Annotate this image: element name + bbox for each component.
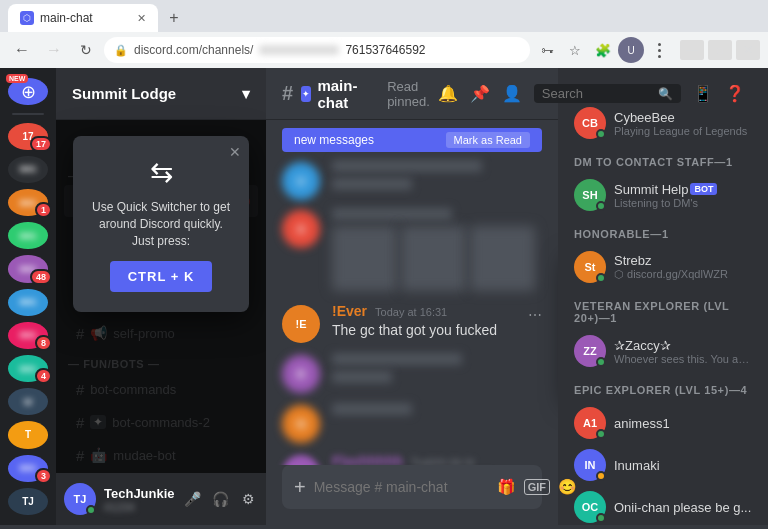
- member-item-onii-chan[interactable]: OC Onii-chan please be g...: [566, 486, 760, 525]
- badge-3: 1: [35, 202, 52, 218]
- member-sub: Playing League of Legends: [614, 125, 752, 137]
- close-button[interactable]: ✕: [736, 40, 760, 60]
- server-name: Summit Lodge: [72, 85, 176, 102]
- tab-favicon: ⬡: [20, 11, 34, 25]
- server-icon-11[interactable]: IMG 3: [8, 455, 48, 482]
- status-dot: [596, 471, 606, 481]
- member-info: animess1: [614, 416, 752, 431]
- more-options-icon[interactable]: ⋯: [528, 303, 542, 323]
- message-row-ever-2: !E: [266, 399, 558, 447]
- member-item-zaccy[interactable]: ZZ ✰Zaccy✰ Whoever sees this. You a -St.…: [566, 330, 760, 372]
- address-bar[interactable]: 🔒 discord.com/channels/ 761537646592: [104, 37, 530, 63]
- server-icon-1[interactable]: 1717: [8, 123, 48, 150]
- server-icon-2[interactable]: IMG: [8, 156, 48, 183]
- flash-time: Toabhh.bb bt: [411, 456, 475, 465]
- member-category-honorable: HONORABLE—1: [566, 224, 760, 244]
- address-blurred: [259, 45, 339, 55]
- pin-icon[interactable]: 📌: [470, 84, 490, 103]
- message-timestamp: Today at 16:31: [375, 306, 447, 318]
- emoji-icon[interactable]: 😊: [558, 478, 577, 496]
- key-icon[interactable]: 🗝: [534, 37, 560, 63]
- input-actions: 🎁 GIF 😊: [497, 478, 577, 496]
- search-bar[interactable]: 🔍: [534, 84, 681, 103]
- message-content: !Ever Today at 16:31 The gc that got you…: [332, 303, 516, 343]
- search-input[interactable]: [542, 86, 652, 101]
- member-item-summit-help[interactable]: SH Summit Help BOT Listening to DM's: [566, 174, 760, 216]
- gift-icon[interactable]: 🎁: [497, 478, 516, 496]
- unread-text: new messages: [294, 133, 374, 147]
- status-dot: [596, 513, 606, 523]
- qs-shortcut-button[interactable]: CTRL + K: [110, 261, 213, 292]
- member-item-strebz[interactable]: St Strebz ⬡ discord.gg/XqdlWZR: [566, 246, 760, 288]
- mic-icon[interactable]: 🎤: [183, 485, 203, 513]
- status-dot: [596, 429, 606, 439]
- server-name-bar[interactable]: Summit Lodge ▾: [56, 68, 266, 120]
- gif-button[interactable]: GIF: [524, 479, 550, 495]
- avatar: U: [282, 162, 320, 200]
- member-sub: Whoever sees this. You a -St...: [614, 353, 752, 365]
- message-content: [332, 403, 542, 443]
- member-info: Summit Help BOT Listening to DM's: [614, 182, 752, 209]
- members-icon[interactable]: 👤: [502, 84, 522, 103]
- channel-mod-icon: ✦: [301, 86, 311, 102]
- browser-tab-active[interactable]: ⬡ main-chat ✕: [8, 4, 158, 32]
- message-header: !Ever Today at 16:31: [332, 303, 516, 319]
- message-input-area: + 🎁 GIF 😊: [266, 465, 558, 525]
- forward-button[interactable]: →: [40, 36, 68, 64]
- qs-close-icon[interactable]: ✕: [229, 144, 241, 160]
- member-item-inumaki[interactable]: IN Inumaki: [566, 444, 760, 486]
- channel-name-display: ✦ main-chat: [301, 77, 363, 111]
- member-category-staff: DM TO CONTACT STAFF—1: [566, 152, 760, 172]
- user-discriminator: #1234: [104, 501, 175, 513]
- server-icon-6[interactable]: IMG: [8, 289, 48, 316]
- server-icon-7[interactable]: IMG 8: [8, 322, 48, 349]
- settings-icon[interactable]: ⚙: [238, 485, 258, 513]
- server-icon-8[interactable]: IMG 4: [8, 355, 48, 382]
- tab-close-icon[interactable]: ✕: [137, 12, 146, 25]
- message-row-ever: !E !Ever Today at 16:31 The gc that got …: [266, 299, 558, 347]
- member-info: CybeeBee Playing League of Legends: [614, 110, 752, 137]
- minimize-button[interactable]: —: [680, 40, 704, 60]
- server-icon-5[interactable]: IMG 48: [8, 255, 48, 282]
- qs-description: Use Quick Switcher to get around Discord…: [89, 199, 233, 249]
- member-name: CybeeBee: [614, 110, 752, 125]
- main-content: # ✦ main-chat Read pinned. 🔔 📌 👤 🔍 📱 ❓: [266, 68, 558, 525]
- profile-avatar[interactable]: U: [618, 37, 644, 63]
- members-sidebar: ADMIN—1 CB CybeeBee Playing League of Le…: [558, 68, 768, 525]
- member-name: Strebz: [614, 253, 752, 268]
- extensions-icon[interactable]: 🧩: [590, 37, 616, 63]
- member-name: ✰Zaccy✰: [614, 338, 752, 353]
- server-icon-4[interactable]: IMG: [8, 222, 48, 249]
- server-icon-3[interactable]: IMG 1: [8, 189, 48, 216]
- member-section-honorable: HONORABLE—1 St Strebz ⬡ discord.gg/XqdlW…: [566, 224, 760, 288]
- member-section-veteran: VETERAN EXPLORER (LVL 20+)—1 ZZ ✰Zaccy✰ …: [566, 296, 760, 372]
- server-icon-tj[interactable]: TJ: [8, 488, 48, 515]
- chevron-down-icon: ▾: [242, 85, 250, 103]
- member-info: Inumaki: [614, 458, 752, 473]
- reload-button[interactable]: ↻: [72, 36, 100, 64]
- member-item-animess1[interactable]: A1 animess1: [566, 402, 760, 444]
- headset-icon[interactable]: 🎧: [210, 485, 230, 513]
- home-button[interactable]: NEW ⊕: [8, 78, 48, 105]
- badge-8: 4: [35, 368, 52, 384]
- plus-icon[interactable]: +: [294, 476, 306, 499]
- inbox-icon[interactable]: 📱: [693, 84, 713, 103]
- notification-icon[interactable]: 🔔: [438, 84, 458, 103]
- quick-switcher-box: ✕ ⇆ Use Quick Switcher to get around Dis…: [73, 136, 249, 312]
- back-button[interactable]: ←: [8, 36, 36, 64]
- help-icon[interactable]: ❓: [725, 84, 745, 103]
- message-input-field[interactable]: [314, 469, 489, 505]
- menu-icon[interactable]: [646, 37, 672, 63]
- bookmark-icon[interactable]: ☆: [562, 37, 588, 63]
- restore-button[interactable]: □: [708, 40, 732, 60]
- server-icon-9[interactable]: W: [8, 388, 48, 415]
- avatar: B: [282, 355, 320, 393]
- mark-as-read-button[interactable]: Mark as Read: [446, 132, 530, 148]
- member-avatar: ZZ: [574, 335, 606, 367]
- member-item-cybeebee[interactable]: CB CybeeBee Playing League of Legends: [566, 102, 760, 144]
- new-tab-button[interactable]: +: [162, 6, 186, 30]
- server-icon-10[interactable]: T: [8, 421, 48, 448]
- member-avatar: St: [574, 251, 606, 283]
- member-name: Summit Help: [614, 182, 688, 197]
- member-avatar: SH: [574, 179, 606, 211]
